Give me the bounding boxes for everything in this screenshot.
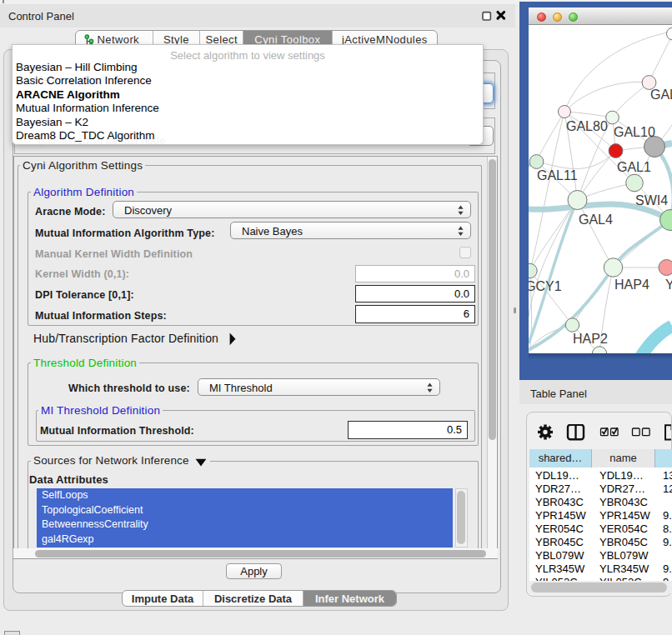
svg-text:GAL10: GAL10 — [614, 125, 655, 139]
svg-text:GAL1: GAL1 — [617, 160, 651, 174]
svg-text:SWI4: SWI4 — [635, 193, 668, 208]
svg-text:GAL80: GAL80 — [566, 119, 608, 133]
svg-text:GAL11: GAL11 — [537, 168, 578, 182]
svg-text:HAP4: HAP4 — [614, 278, 649, 292]
svg-text:GAL4: GAL4 — [579, 212, 613, 227]
svg-text:GAL7: GAL7 — [650, 88, 672, 102]
svg-text:HAP2: HAP2 — [573, 332, 608, 346]
svg-text:GCY1: GCY1 — [529, 279, 562, 293]
svg-text:YEL: YEL — [665, 278, 672, 292]
